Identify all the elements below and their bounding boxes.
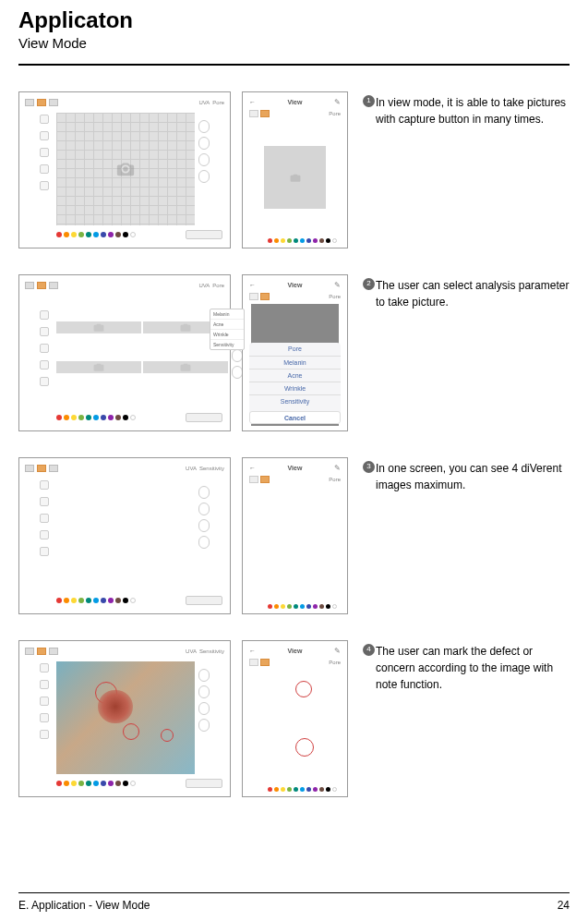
phone-canvas-annotated (251, 670, 339, 782)
footer-section: E. Application - View Mode (18, 899, 150, 912)
tablet-screenshot-2: UVAPore Melanin Acne Wrinkle Sensitivity (18, 274, 231, 431)
app-title: Applicaton (18, 7, 570, 33)
color-palette (56, 415, 136, 420)
color-palette (268, 238, 337, 243)
analysis-dropdown: Melanin Acne Wrinkle Sensitivity (210, 309, 245, 350)
page-footer: E. Application - View Mode 24 (18, 892, 570, 912)
annotation-circle (161, 729, 174, 742)
color-palette (56, 598, 136, 603)
section-3: UVASensitivity ←View✎ Pore (18, 457, 570, 614)
step-badge-2: 2 (363, 278, 375, 290)
header-divider (18, 64, 570, 66)
section-1: UVAPore ←View✎ (18, 91, 570, 248)
step-1-description: 1 In view mode, it is able to take pictu… (359, 91, 570, 127)
tablet-screenshot-3: UVASensitivity (18, 457, 231, 614)
footer-page-number: 24 (558, 899, 570, 912)
tablet-bottombar (40, 229, 222, 240)
tablet-screenshot-1: UVAPore (18, 91, 231, 248)
phone-canvas-stack (251, 487, 339, 600)
section-4: UVASensitivity ←View✎ Pore (18, 640, 570, 797)
color-palette (56, 232, 136, 237)
phone-header: ←View✎ (246, 95, 344, 108)
phone-screenshot-4: ←View✎ Pore (242, 640, 348, 797)
phone-canvas (251, 121, 339, 234)
tablet-canvas-annotated (56, 661, 195, 774)
tablet-canvas-images (56, 479, 195, 591)
tablet-rightbar (198, 113, 210, 225)
step-badge-4: 4 (363, 644, 375, 656)
tablet-toolbar: UVAPore (23, 96, 226, 109)
tablet-canvas (56, 113, 195, 225)
camera-icon (288, 172, 303, 184)
phone-screenshot-2: ←View✎ Pore Pore Melanin Acne Wrinkle Se… (242, 274, 348, 431)
step-4-description: 4 The user can mark the defect or concer… (359, 640, 570, 693)
color-palette (56, 781, 136, 786)
step-badge-1: 1 (363, 95, 375, 107)
step-2-description: 2 The user can select analysis parameter… (359, 274, 570, 310)
camera-icon (113, 159, 138, 179)
step-badge-3: 3 (363, 461, 375, 473)
color-palette (268, 604, 337, 609)
phone-screenshot-1: ←View✎ Pore (242, 91, 348, 248)
app-subtitle: View Mode (18, 35, 570, 51)
tablet-canvas-quad (56, 309, 228, 386)
phone-screenshot-3: ←View✎ Pore (242, 457, 348, 614)
page-header: Applicaton View Mode (18, 0, 570, 58)
action-sheet: Pore Melanin Acne Wrinkle Sensitivity Ca… (249, 343, 341, 424)
section-2: UVAPore Melanin Acne Wrinkle Sensitivity (18, 274, 570, 431)
color-palette (268, 787, 337, 792)
annotation-circle (95, 682, 117, 704)
tablet-sidebar (40, 113, 53, 225)
footer-divider (18, 892, 570, 893)
tablet-screenshot-4: UVASensitivity (18, 640, 231, 797)
annotation-circle (123, 723, 139, 740)
step-3-description: 3 In one screen, you can see 4 diVerent … (359, 457, 570, 493)
